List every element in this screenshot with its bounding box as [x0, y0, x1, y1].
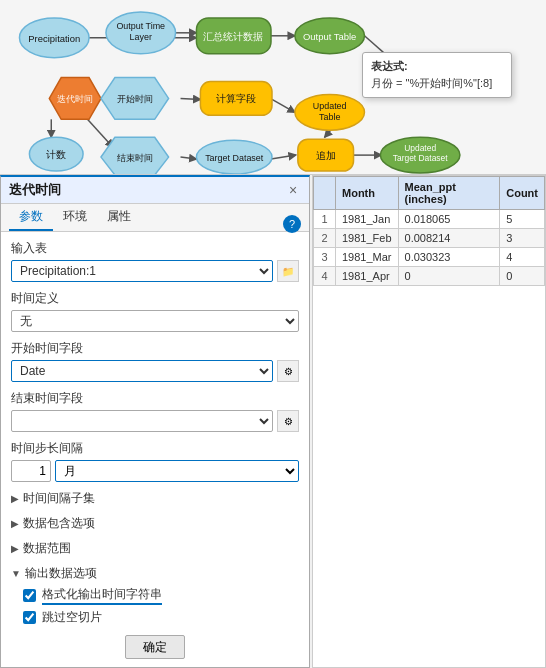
svg-line-4 — [181, 98, 201, 99]
svg-text:Output Table: Output Table — [303, 31, 356, 42]
ok-button[interactable]: 确定 — [125, 635, 185, 659]
svg-text:Output Time: Output Time — [116, 21, 165, 31]
end-field-label: 结束时间字段 — [11, 390, 299, 407]
svg-line-5 — [272, 99, 295, 112]
ok-btn-row: 确定 — [1, 635, 309, 659]
table-header-row: Month Mean_ppt (inches) Count — [314, 177, 545, 210]
cell-Count: 4 — [500, 248, 545, 267]
time-def-label: 时间定义 — [11, 290, 299, 307]
svg-text:计数: 计数 — [46, 149, 66, 160]
skip-empty-checkbox[interactable] — [23, 611, 36, 624]
section-data-range-label: 数据范围 — [23, 540, 71, 557]
svg-text:Layer: Layer — [130, 32, 152, 42]
svg-marker-27 — [101, 78, 169, 120]
data-table: Month Mean_ppt (inches) Count 11981_Jan0… — [313, 176, 545, 286]
svg-text:开始时间: 开始时间 — [117, 93, 153, 104]
start-field-select[interactable]: Date — [11, 360, 273, 382]
tab-params[interactable]: 参数 — [9, 204, 53, 231]
interval-num-input[interactable]: 1 — [11, 460, 51, 482]
row-index: 2 — [314, 229, 336, 248]
folder-icon[interactable]: 📁 — [277, 260, 299, 282]
svg-rect-37 — [298, 139, 354, 171]
time-def-select[interactable]: 无 — [11, 310, 299, 332]
tooltip-title: 表达式: — [371, 59, 503, 74]
table-row: 31981_Mar0.0303234 — [314, 248, 545, 267]
time-def-row: 无 — [11, 310, 299, 332]
svg-line-10 — [325, 130, 331, 137]
section-time-interval-label: 时间间隔子集 — [23, 490, 95, 507]
cell-Month: 1981_Feb — [336, 229, 399, 248]
table-row: 21981_Feb0.0082143 — [314, 229, 545, 248]
end-field-select[interactable] — [11, 410, 273, 432]
row-index: 1 — [314, 210, 336, 229]
table-row: 11981_Jan0.0180655 — [314, 210, 545, 229]
svg-text:计算字段: 计算字段 — [216, 93, 256, 104]
close-button[interactable]: × — [285, 182, 301, 198]
section-output-options[interactable]: ▼ 输出数据选项 — [11, 565, 299, 582]
col-index — [314, 177, 336, 210]
cell-Count: 0 — [500, 267, 545, 286]
input-table-select[interactable]: Precipitation:1 — [11, 260, 273, 282]
svg-text:汇总统计数据: 汇总统计数据 — [203, 31, 263, 42]
section-time-interval[interactable]: ▶ 时间间隔子集 — [11, 490, 299, 507]
svg-line-7 — [81, 112, 113, 147]
chevron-down-icon: ▼ — [11, 568, 21, 579]
chevron-right-icon: ▶ — [11, 493, 19, 504]
tabs-row: 参数 环境 属性 ? — [1, 204, 309, 232]
svg-text:追加: 追加 — [316, 150, 336, 161]
svg-rect-18 — [196, 18, 271, 54]
svg-line-8 — [181, 157, 197, 159]
row-index: 3 — [314, 248, 336, 267]
col-month: Month — [336, 177, 399, 210]
checkbox-skip-row: 跳过空切片 — [23, 609, 299, 626]
start-field-label: 开始时间字段 — [11, 340, 299, 357]
cell-Month: 1981_Mar — [336, 248, 399, 267]
panel-content: 输入表 Precipitation:1 📁 时间定义 无 开始时间字段 Date — [1, 232, 309, 660]
start-field-row: Date ⚙ — [11, 360, 299, 382]
svg-point-31 — [29, 137, 83, 171]
svg-text:Table: Table — [319, 112, 340, 122]
row-index: 4 — [314, 267, 336, 286]
end-field-settings-icon[interactable]: ⚙ — [277, 410, 299, 432]
svg-text:Precipitation: Precipitation — [28, 33, 80, 44]
section-data-range[interactable]: ▶ 数据范围 — [11, 540, 299, 557]
table-row: 41981_Apr00 — [314, 267, 545, 286]
col-count: Count — [500, 177, 545, 210]
svg-point-13 — [19, 18, 89, 58]
format-time-label: 格式化输出时间字符串 — [42, 586, 162, 605]
cell-Count: 5 — [500, 210, 545, 229]
skip-empty-label: 跳过空切片 — [42, 609, 102, 626]
interval-label: 时间步长间隔 — [11, 440, 299, 457]
workflow-area: Precipitation Output Time Layer 汇总统计数据 O… — [0, 0, 546, 175]
interval-row: 1 月 天 小时 — [11, 460, 299, 482]
format-time-checkbox[interactable] — [23, 589, 36, 602]
section-data-include[interactable]: ▶ 数据包含选项 — [11, 515, 299, 532]
svg-marker-33 — [101, 137, 169, 174]
interval-unit-select[interactable]: 月 天 小时 — [55, 460, 299, 482]
tab-env[interactable]: 环境 — [53, 204, 97, 231]
cell-Mean_ppt (inches): 0 — [398, 267, 500, 286]
cell-Month: 1981_Jan — [336, 210, 399, 229]
panel-title: 迭代时间 — [9, 181, 61, 199]
cell-Mean_ppt (inches): 0.030323 — [398, 248, 500, 267]
svg-point-20 — [295, 18, 365, 54]
formula-tooltip: 表达式: 月份 = "%开始时间%"[:8] — [362, 52, 512, 98]
left-panel: 迭代时间 × 参数 环境 属性 ? 输入表 Precipitation:1 📁 … — [0, 175, 310, 668]
svg-text:迭代时间: 迭代时间 — [57, 93, 93, 104]
output-options-content: 格式化输出时间字符串 跳过空切片 — [11, 586, 299, 626]
start-field-settings-icon[interactable]: ⚙ — [277, 360, 299, 382]
svg-marker-25 — [49, 78, 101, 120]
chevron-right-icon-2: ▶ — [11, 518, 19, 529]
tab-props[interactable]: 属性 — [97, 204, 141, 231]
panel-title-bar: 迭代时间 × — [1, 177, 309, 204]
svg-text:Target Dataset: Target Dataset — [205, 153, 264, 163]
bottom-area: 迭代时间 × 参数 环境 属性 ? 输入表 Precipitation:1 📁 … — [0, 175, 546, 668]
svg-text:Updated: Updated — [313, 101, 347, 111]
help-icon[interactable]: ? — [283, 215, 301, 233]
cell-Count: 3 — [500, 229, 545, 248]
cell-Mean_ppt (inches): 0.018065 — [398, 210, 500, 229]
tooltip-content: 月份 = "%开始时间%"[:8] — [371, 76, 503, 91]
checkbox-format-row: 格式化输出时间字符串 — [23, 586, 299, 605]
svg-rect-29 — [200, 82, 272, 116]
svg-text:结束时间: 结束时间 — [117, 152, 153, 163]
